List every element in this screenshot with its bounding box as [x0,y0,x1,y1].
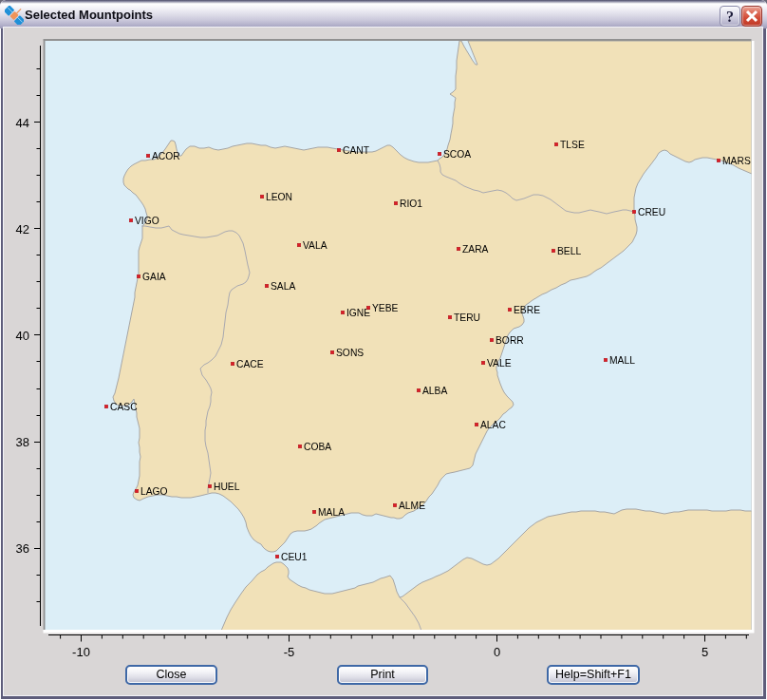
svg-text:VIGO: VIGO [135,216,159,226]
svg-text:VALA: VALA [303,240,327,251]
svg-text:TLSE: TLSE [560,140,585,150]
svg-text:VALE: VALE [487,358,512,369]
svg-text:YEBE: YEBE [372,303,399,313]
svg-text:ALBA: ALBA [422,386,447,396]
svg-text:0: 0 [494,645,500,659]
svg-text:-10: -10 [72,645,90,659]
svg-text:5: 5 [702,645,708,659]
svg-text:TERU: TERU [454,312,480,323]
svg-text:SALA: SALA [271,281,295,292]
svg-text:-5: -5 [284,645,295,659]
svg-text:40: 40 [16,329,29,343]
svg-text:ALAC: ALAC [480,420,506,430]
svg-text:COBA: COBA [304,442,331,452]
svg-text:ALME: ALME [399,501,425,511]
svg-text:44: 44 [16,116,29,130]
svg-text:SCOA: SCOA [443,149,471,160]
svg-text:EBRE: EBRE [514,305,540,315]
svg-text:LAGO: LAGO [140,486,168,497]
svg-text:RIO1: RIO1 [400,199,422,209]
svg-text:CREU: CREU [638,207,665,218]
svg-text:ACOR: ACOR [152,151,180,161]
svg-text:ZARA: ZARA [462,244,489,255]
svg-text:MALA: MALA [318,507,345,518]
svg-text:MALL: MALL [609,355,635,366]
svg-text:36: 36 [16,541,29,556]
svg-text:38: 38 [16,435,29,449]
svg-text:LEON: LEON [266,192,292,202]
svg-text:CASC: CASC [110,402,138,412]
svg-text:SONS: SONS [336,348,364,358]
svg-text:CEU1: CEU1 [281,552,308,562]
svg-text:42: 42 [16,222,29,236]
svg-text:GAIA: GAIA [142,272,166,282]
svg-text:BELL: BELL [557,246,581,256]
svg-text:CANT: CANT [343,145,370,156]
svg-text:BORR: BORR [496,335,524,346]
svg-text:HUEL: HUEL [214,482,240,492]
svg-text:MARS: MARS [722,156,751,166]
svg-text:CACE: CACE [236,359,264,369]
